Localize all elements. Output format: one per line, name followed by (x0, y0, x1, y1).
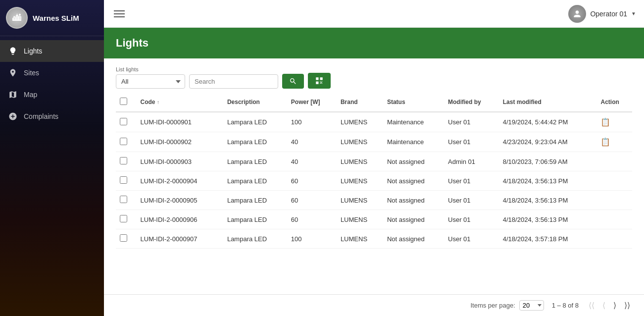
row-status: Not assigned (383, 210, 444, 229)
app-title: Warnes SLiM (33, 14, 79, 22)
table-row: LUM-IDI-2-0000905 Lampara LED 60 LUMENS … (116, 191, 632, 210)
row-brand: LUMENS (337, 152, 383, 171)
first-page-button[interactable]: ⟨⟨ (587, 300, 596, 311)
next-page-button[interactable]: ⟩ (611, 300, 618, 311)
row-checkbox[interactable] (116, 210, 137, 229)
row-select-checkbox[interactable] (120, 196, 127, 203)
filter-group: List lights All Active Inactive Maintena… (116, 66, 185, 89)
row-code: LUM-IDI-0000901 (137, 112, 223, 132)
row-checkbox[interactable] (116, 229, 137, 249)
row-select-checkbox[interactable] (120, 215, 127, 222)
row-checkbox[interactable] (116, 191, 137, 210)
page-title: Lights (116, 37, 632, 50)
row-brand: LUMENS (337, 112, 383, 132)
list-lights-select[interactable]: All Active Inactive Maintenance (116, 74, 185, 89)
column-last-modified: Last modified (499, 93, 597, 112)
topbar-left (112, 8, 127, 19)
row-power: 40 (287, 132, 337, 152)
row-select-checkbox[interactable] (120, 176, 127, 184)
row-description: Lampara LED (223, 152, 287, 171)
row-action (596, 210, 632, 229)
table-row: LUM-IDI-2-0000906 Lampara LED 60 LUMENS … (116, 210, 632, 229)
main-content: Operator 01 ▼ Lights List lights All Act… (104, 0, 644, 316)
row-brand: LUMENS (337, 191, 383, 210)
row-brand: LUMENS (337, 171, 383, 191)
row-action (596, 229, 632, 249)
row-status: Maintenance (383, 132, 444, 152)
user-menu[interactable]: Operator 01 ▼ (568, 5, 636, 23)
row-description: Lampara LED (223, 112, 287, 132)
user-name: Operator 01 (590, 10, 627, 18)
prev-page-button[interactable]: ⟨ (600, 300, 607, 311)
column-status: Status (383, 93, 444, 112)
row-action (596, 171, 632, 191)
pagination: Items per page: 10 20 50 100 1 – 8 of 8 … (104, 294, 644, 316)
row-last-modified: 4/18/2024, 3:57:18 PM (499, 229, 597, 249)
sidebar-item-lights[interactable]: Lights (0, 40, 104, 62)
sidebar-item-sites[interactable]: Sites (0, 62, 104, 84)
sidebar-header: 🏙 Warnes SLiM (0, 0, 104, 36)
row-select-checkbox[interactable] (120, 157, 127, 164)
row-modified-by: User 01 (444, 210, 499, 229)
row-code: LUM-IDI-2-0000906 (137, 210, 223, 229)
row-power: 100 (287, 229, 337, 249)
row-description: Lampara LED (223, 132, 287, 152)
sidebar-item-complaints-label: Complaints (24, 112, 58, 120)
sidebar-item-lights-label: Lights (24, 47, 42, 55)
items-per-page-select[interactable]: 10 20 50 100 (519, 300, 544, 311)
map-icon (8, 90, 18, 100)
sidebar-item-map[interactable]: Map (0, 84, 104, 105)
column-code[interactable]: Code ↑ (137, 93, 223, 112)
row-power: 40 (287, 152, 337, 171)
action-icon[interactable]: 📋 (600, 138, 610, 146)
sidebar: 🏙 Warnes SLiM Lights Sites Map (0, 0, 104, 316)
row-select-checkbox[interactable] (120, 234, 127, 242)
search-input[interactable] (189, 74, 278, 89)
plus-circle-icon (8, 111, 18, 121)
row-action[interactable]: 📋 (596, 112, 632, 132)
toolbar: List lights All Active Inactive Maintena… (104, 58, 644, 93)
row-action[interactable]: 📋 (596, 132, 632, 152)
sort-icon: ↑ (157, 100, 159, 105)
lights-table: Code ↑ Description Power [W] Brand Statu… (116, 93, 632, 249)
page-header: Lights (104, 28, 644, 58)
row-checkbox[interactable] (116, 171, 137, 191)
row-code: LUM-IDI-0000903 (137, 152, 223, 171)
search-button[interactable] (282, 74, 304, 89)
row-power: 100 (287, 112, 337, 132)
avatar: 🏙 (6, 7, 28, 29)
row-last-modified: 4/23/2024, 9:23:04 AM (499, 132, 597, 152)
column-power: Power [W] (287, 93, 337, 112)
row-checkbox[interactable] (116, 152, 137, 171)
hamburger-menu[interactable] (112, 8, 127, 19)
column-brand: Brand (337, 93, 383, 112)
table-row: LUM-IDI-0000902 Lampara LED 40 LUMENS Ma… (116, 132, 632, 152)
row-status: Not assigned (383, 191, 444, 210)
sidebar-item-sites-label: Sites (24, 69, 39, 77)
row-checkbox[interactable] (116, 112, 137, 132)
qr-button[interactable] (308, 73, 331, 89)
pagination-range: 1 – 8 of 8 (552, 302, 579, 309)
row-modified-by: User 01 (444, 229, 499, 249)
table-row: LUM-IDI-0000903 Lampara LED 40 LUMENS No… (116, 152, 632, 171)
action-icon[interactable]: 📋 (600, 118, 610, 126)
row-modified-by: User 01 (444, 112, 499, 132)
bulb-icon (8, 46, 18, 56)
sidebar-item-complaints[interactable]: Complaints (0, 105, 104, 127)
row-select-checkbox[interactable] (120, 138, 127, 145)
row-last-modified: 4/18/2024, 3:56:13 PM (499, 171, 597, 191)
row-select-checkbox[interactable] (120, 118, 127, 125)
row-action (596, 191, 632, 210)
row-brand: LUMENS (337, 229, 383, 249)
row-modified-by: Admin 01 (444, 152, 499, 171)
row-checkbox[interactable] (116, 132, 137, 152)
row-status: Maintenance (383, 112, 444, 132)
select-all-checkbox[interactable] (120, 98, 127, 105)
column-description: Description (223, 93, 287, 112)
last-page-button[interactable]: ⟩⟩ (622, 300, 632, 311)
sidebar-nav: Lights Sites Map Complaints (0, 36, 104, 127)
row-code: LUM-IDI-2-0000905 (137, 191, 223, 210)
row-description: Lampara LED (223, 191, 287, 210)
row-code: LUM-IDI-0000902 (137, 132, 223, 152)
row-power: 60 (287, 210, 337, 229)
